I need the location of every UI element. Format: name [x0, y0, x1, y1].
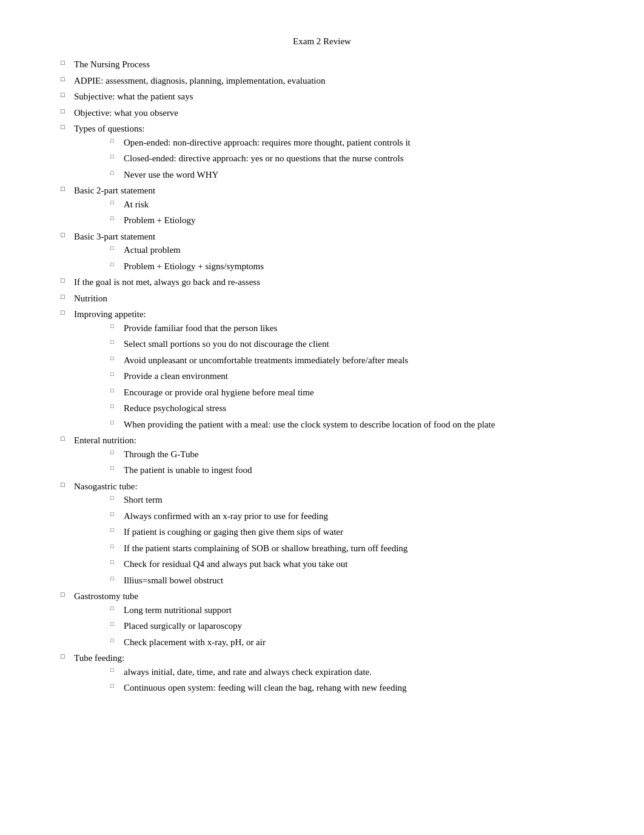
list-item-text: Provide a clean environment: [124, 371, 228, 381]
list-item-text: The Nursing Process: [74, 59, 150, 69]
list-item-small-portions: Select small portions so you do not disc…: [110, 337, 595, 351]
list-item-text: Illius=small bowel obstruct: [124, 575, 223, 585]
list-item-enteral-nutrition: Enteral nutrition:Through the G-TubeThe …: [61, 434, 595, 477]
list-item-oral-hygiene: Encourage or provide oral hygiene before…: [110, 386, 595, 400]
sublist-types-questions: Open-ended: non-directive approach: requ…: [74, 136, 595, 182]
list-item-text: Check for residual Q4 and always put bac…: [124, 559, 347, 569]
list-item-text: Check placement with x-ray, pH, or air: [124, 637, 266, 647]
sublist-enteral-nutrition: Through the G-TubeThe patient is unable …: [74, 448, 595, 477]
list-item-text: Long term nutritional support: [124, 605, 232, 615]
list-item-text: ADPIE: assessment, diagnosis, planning, …: [74, 76, 326, 86]
list-item-text: Basic 2-part statement: [74, 186, 155, 195]
list-item-confirmed-xray: Always confirmed with an x-ray prior to …: [110, 509, 595, 523]
list-item-text: Open-ended: non-directive approach: requ…: [124, 138, 411, 147]
list-item-always-initial: always initial, date, time, and rate and…: [110, 665, 595, 679]
list-item-long-term: Long term nutritional support: [110, 603, 595, 617]
list-item-text: Always confirmed with an x-ray prior to …: [124, 511, 328, 521]
list-item-nursing-process: The Nursing Process: [61, 58, 595, 72]
list-item-text: Continuous open system: feeding will cle…: [124, 683, 407, 692]
list-item-basic-2-part: Basic 2-part statementAt riskProblem + E…: [61, 184, 595, 227]
list-item-text: The patient is unable to ingest food: [124, 465, 252, 475]
list-item-text: Objective: what you observe: [74, 108, 178, 118]
list-item-g-tube: Through the G-Tube: [110, 448, 595, 461]
list-item-text: always initial, date, time, and rate and…: [124, 667, 372, 677]
list-item-text: Problem + Etiology + signs/symptoms: [124, 261, 264, 271]
list-item-text: Placed surgically or laparoscopy: [124, 621, 242, 631]
list-item-text: Enteral nutrition:: [74, 435, 136, 445]
list-item-text: Never use the word WHY: [124, 170, 218, 179]
list-item-text: If patient is coughing or gaging then gi…: [124, 527, 343, 537]
list-item-closed-ended: Closed-ended: directive approach: yes or…: [110, 152, 595, 166]
list-item-nasogastric-tube: Nasogastric tube:Short termAlways confir…: [61, 480, 595, 588]
list-item-text: Through the G-Tube: [124, 449, 199, 459]
list-item-at-risk: At risk: [110, 198, 595, 212]
list-item-text: Provide familiar food that the person li…: [124, 323, 277, 333]
list-item-check-placement: Check placement with x-ray, pH, or air: [110, 635, 595, 649]
list-item-clean-env: Provide a clean environment: [110, 369, 595, 383]
list-item-coughing-gaging: If patient is coughing or gaging then gi…: [110, 525, 595, 539]
list-item-text: Basic 3-part statement: [74, 232, 155, 241]
list-item-text: At risk: [124, 200, 149, 209]
list-item-gastrostomy-tube: Gastrostomy tubeLong term nutritional su…: [61, 589, 595, 649]
list-item-goal-not-met: If the goal is not met, always go back a…: [61, 275, 595, 289]
list-item-text: Nasogastric tube:: [74, 481, 138, 491]
list-item-improving-appetite: Improving appetite:Provide familiar food…: [61, 307, 595, 431]
list-item-text: If the goal is not met, always go back a…: [74, 277, 260, 287]
list-item-never-why: Never use the word WHY: [110, 168, 595, 182]
list-item-text: Select small portions so you do not disc…: [124, 339, 329, 349]
list-item-continuous-open: Continuous open system: feeding will cle…: [110, 681, 595, 695]
list-item-text: If the patient starts complaining of SOB…: [124, 543, 408, 553]
list-item-short-term: Short term: [110, 493, 595, 507]
list-item-objective: Objective: what you observe: [61, 106, 595, 120]
list-item-unable-ingest: The patient is unable to ingest food: [110, 463, 595, 477]
list-item-placed-surgically: Placed surgically or laparoscopy: [110, 619, 595, 633]
list-item-clock-system: When providing the patient with a meal: …: [110, 418, 595, 432]
list-item-text: Short term: [124, 495, 163, 505]
sublist-tube-feeding: always initial, date, time, and rate and…: [74, 665, 595, 695]
sublist-nasogastric-tube: Short termAlways confirmed with an x-ray…: [74, 493, 595, 587]
list-item-text: Nutrition: [74, 293, 107, 303]
sublist-gastrostomy-tube: Long term nutritional supportPlaced surg…: [74, 603, 595, 649]
list-item-illius: Illius=small bowel obstruct: [110, 574, 595, 588]
list-item-text: Subjective: what the patient says: [74, 92, 193, 101]
list-item-residual-q4: Check for residual Q4 and always put bac…: [110, 557, 595, 571]
list-item-types-questions: Types of questions:Open-ended: non-direc…: [61, 122, 595, 181]
list-item-familiar-food: Provide familiar food that the person li…: [110, 321, 595, 335]
list-item-tube-feeding: Tube feeding:always initial, date, time,…: [61, 651, 595, 695]
sublist-basic-2-part: At riskProblem + Etiology: [74, 198, 595, 227]
list-item-subjective: Subjective: what the patient says: [61, 90, 595, 104]
list-item-text: Actual problem: [124, 245, 181, 255]
list-item-text: Avoid unpleasant or uncomfortable treatm…: [124, 355, 408, 365]
page-title: Exam 2 Review: [49, 36, 595, 47]
main-list: The Nursing ProcessADPIE: assessment, di…: [49, 58, 595, 695]
list-item-basic-3-part: Basic 3-part statementActual problemProb…: [61, 230, 595, 273]
list-item-avoid-unpleasant: Avoid unpleasant or uncomfortable treatm…: [110, 354, 595, 367]
sublist-basic-3-part: Actual problemProblem + Etiology + signs…: [74, 243, 595, 273]
list-item-adpie: ADPIE: assessment, diagnosis, planning, …: [61, 74, 595, 88]
list-item-text: Types of questions:: [74, 124, 144, 133]
list-item-text: Problem + Etiology: [124, 215, 195, 225]
list-item-text: Gastrostomy tube: [74, 591, 138, 601]
list-item-text: Closed-ended: directive approach: yes or…: [124, 153, 404, 163]
list-item-text: Tube feeding:: [74, 653, 124, 663]
list-item-text: When providing the patient with a meal: …: [124, 420, 495, 429]
list-item-text: Improving appetite:: [74, 309, 146, 319]
list-item-nutrition: Nutrition: [61, 292, 595, 306]
list-item-text: Reduce psychological stress: [124, 403, 226, 413]
list-item-problem-etiology: Problem + Etiology: [110, 213, 595, 227]
list-item-sob-shallow: If the patient starts complaining of SOB…: [110, 542, 595, 555]
list-item-open-ended: Open-ended: non-directive approach: requ…: [110, 136, 595, 150]
list-item-problem-etiology-signs: Problem + Etiology + signs/symptoms: [110, 260, 595, 273]
sublist-improving-appetite: Provide familiar food that the person li…: [74, 321, 595, 432]
list-item-text: Encourage or provide oral hygiene before…: [124, 387, 314, 397]
list-item-actual-problem: Actual problem: [110, 243, 595, 257]
list-item-reduce-stress: Reduce psychological stress: [110, 401, 595, 415]
